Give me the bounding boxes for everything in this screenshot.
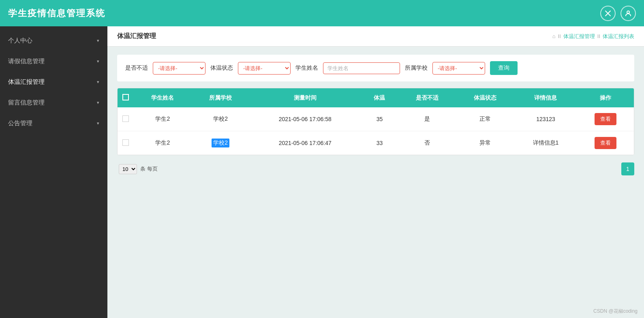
cell-temperature: 35 (361, 107, 398, 131)
breadcrumb-separator-2: II (597, 33, 600, 39)
sidebar-item-leave-management[interactable]: 请假信息管理 ▾ (0, 51, 107, 72)
cell-school: 学校2 (192, 107, 250, 131)
filter-school-select[interactable]: -请选择- 学校1 学校2 学校3 (432, 62, 485, 75)
cell-discomfort: 否 (398, 131, 456, 155)
page-title: 体温汇报管理 (117, 32, 156, 41)
view-button[interactable]: 查看 (595, 113, 616, 125)
svg-point-2 (627, 11, 629, 13)
th-action: 操作 (578, 88, 634, 107)
cell-temperature: 33 (361, 131, 398, 155)
row-checkbox[interactable] (122, 139, 129, 146)
th-school: 所属学校 (192, 88, 250, 107)
filter-name-label: 学生姓名 (295, 64, 318, 72)
filter-name-input[interactable] (323, 62, 400, 74)
cell-action: 查看 (578, 107, 634, 131)
table-row: 学生2 学校2 2021-05-06 17:06:58 35 是 正常 1231… (118, 107, 634, 131)
th-status: 体温状态 (456, 88, 514, 107)
table-body: 学生2 学校2 2021-05-06 17:06:58 35 是 正常 1231… (118, 107, 634, 155)
user-icon (625, 10, 632, 17)
footer-note: CSDN @花椒coding (593, 308, 638, 315)
pagination-bar: 10 20 50 条 每页 (117, 160, 159, 178)
row-checkbox-cell (118, 107, 134, 131)
th-measure-time: 测量时间 (249, 88, 361, 107)
sidebar-item-label: 留言信息管理 (8, 99, 45, 107)
layout: 个人中心 ▾ 请假信息管理 ▾ 体温汇报管理 ▾ 留言信息管理 ▾ 公告管理 ▾… (0, 26, 644, 318)
sidebar-item-label: 个人中心 (8, 37, 32, 45)
cell-status: 异常 (456, 131, 514, 155)
table-header-row: 学生姓名 所属学校 测量时间 体温 是否不适 体温状态 详情信息 操作 (118, 88, 634, 107)
cell-status: 正常 (456, 107, 514, 131)
filter-bar: 是否不适 -请选择- 是 否 体温状态 -请选择- 正常 异常 学生姓名 所属学… (117, 55, 634, 81)
query-button[interactable]: 查询 (490, 61, 518, 75)
home-icon: ⌂ (552, 33, 556, 39)
sidebar-item-message-management[interactable]: 留言信息管理 ▾ (0, 92, 107, 113)
school-highlighted: 学校2 (212, 139, 229, 147)
sidebar-item-label: 体温汇报管理 (8, 78, 45, 86)
header-actions (600, 6, 636, 21)
tools-icon-btn[interactable] (600, 6, 616, 21)
user-icon-btn[interactable] (620, 6, 636, 21)
cell-measure-time: 2021-05-06 17:06:58 (249, 107, 361, 131)
chevron-down-icon: ▾ (97, 59, 99, 64)
th-discomfort: 是否不适 (398, 88, 456, 107)
th-detail: 详情信息 (514, 88, 578, 107)
cell-student-name: 学生2 (134, 131, 192, 155)
table-row: 学生2 学校2 2021-05-06 17:06:47 33 否 异常 详情信息… (118, 131, 634, 155)
sidebar-item-label: 请假信息管理 (8, 58, 45, 65)
row-checkbox[interactable] (122, 115, 129, 122)
chevron-down-icon: ▾ (97, 79, 99, 85)
data-table: 学生姓名 所属学校 测量时间 体温 是否不适 体温状态 详情信息 操作 (118, 88, 634, 155)
filter-status-select[interactable]: -请选择- 正常 异常 (238, 62, 291, 75)
sidebar: 个人中心 ▾ 请假信息管理 ▾ 体温汇报管理 ▾ 留言信息管理 ▾ 公告管理 ▾ (0, 26, 107, 318)
filter-discomfort-label: 是否不适 (125, 64, 148, 72)
view-button[interactable]: 查看 (595, 137, 616, 149)
filter-status-label: 体温状态 (210, 64, 233, 72)
cell-student-name: 学生2 (134, 107, 192, 131)
app-header: 学生疫情信息管理系统 (0, 0, 644, 26)
cell-discomfort: 是 (398, 107, 456, 131)
chevron-down-icon: ▾ (97, 121, 99, 126)
select-all-checkbox[interactable] (122, 94, 129, 100)
main-content: 体温汇报管理 ⌂ II 体温汇报管理 II 体温汇报列表 是否不适 -请选择- … (107, 26, 644, 318)
cell-school: 学校2 (192, 131, 250, 155)
th-student-name: 学生姓名 (134, 88, 192, 107)
page-1-button[interactable]: 1 (621, 162, 634, 175)
sidebar-item-temperature-management[interactable]: 体温汇报管理 ▾ (0, 72, 107, 92)
chevron-down-icon: ▾ (97, 38, 99, 43)
breadcrumb-current: 体温汇报列表 (603, 33, 634, 40)
filter-discomfort-select[interactable]: -请选择- 是 否 (153, 62, 205, 75)
breadcrumb-separator: II (558, 33, 561, 39)
th-checkbox (118, 88, 134, 107)
cell-detail: 详情信息1 (514, 131, 578, 155)
breadcrumb: ⌂ II 体温汇报管理 II 体温汇报列表 (552, 33, 634, 40)
cell-action: 查看 (578, 131, 634, 155)
sidebar-item-notice-management[interactable]: 公告管理 ▾ (0, 113, 107, 134)
sidebar-item-label: 公告管理 (8, 120, 32, 127)
chevron-down-icon: ▾ (97, 100, 99, 105)
cell-detail: 123123 (514, 107, 578, 131)
breadcrumb-link-1[interactable]: 体温汇报管理 (563, 33, 595, 40)
page-size-select[interactable]: 10 20 50 (119, 164, 137, 174)
content-area: 是否不适 -请选择- 是 否 体温状态 -请选择- 正常 异常 学生姓名 所属学… (107, 47, 644, 187)
app-title: 学生疫情信息管理系统 (8, 7, 105, 19)
filter-school-label: 所属学校 (405, 64, 428, 72)
pagination-pages: 1 (621, 159, 634, 179)
th-temperature: 体温 (361, 88, 398, 107)
page-header: 体温汇报管理 ⌂ II 体温汇报管理 II 体温汇报列表 (107, 26, 644, 47)
per-page-label: 条 每页 (140, 165, 158, 173)
sidebar-item-personal-center[interactable]: 个人中心 ▾ (0, 30, 107, 51)
row-checkbox-cell (118, 131, 134, 155)
cell-measure-time: 2021-05-06 17:06:47 (249, 131, 361, 155)
data-table-container: 学生姓名 所属学校 测量时间 体温 是否不适 体温状态 详情信息 操作 (117, 88, 634, 155)
tools-icon (604, 10, 612, 17)
